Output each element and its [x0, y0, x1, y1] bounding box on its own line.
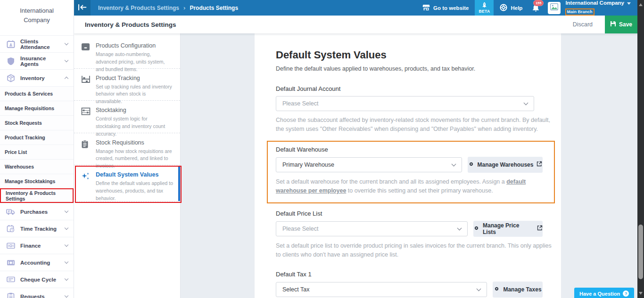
company-name: International Company [565, 0, 624, 6]
sidebar-item-time-tracking[interactable]: Time Tracking [0, 220, 74, 237]
sidebar-subitem-manage-requisitions[interactable]: Manage Requisitions [0, 101, 74, 115]
help-button[interactable]: Help [494, 0, 528, 16]
rocket-icon [482, 2, 487, 9]
warehouse-section: Default Warehouse Primary Warehouse Mana… [267, 141, 555, 203]
sidebar-item-accounting[interactable]: Accounting [0, 254, 74, 271]
chevron-down-icon [65, 226, 68, 230]
chevron-down-icon [65, 58, 68, 62]
gear-icon [468, 161, 474, 169]
have-a-question-button[interactable]: Have a Question ? [574, 288, 634, 298]
sidebar-subitem-warehouses[interactable]: Warehouses [0, 159, 74, 174]
settings-card-stock-requisitions[interactable]: Stock Requisitions Manage how stock requ… [74, 133, 180, 166]
sidebar-item-requests[interactable]: Requests [0, 288, 74, 298]
branch-name: Main Branch [565, 8, 594, 16]
tax-select[interactable]: Select Tax [276, 282, 487, 297]
sidebar-subitem-manage-stocktakings[interactable]: Manage Stocktakings [0, 174, 74, 188]
chevron-down-icon [65, 294, 68, 298]
external-link-icon [537, 161, 542, 168]
page-subtitle: Define the default values applied to war… [276, 65, 543, 72]
warehouse-label: Default Warehouse [276, 146, 543, 153]
price-list-label: Default Price List [276, 210, 543, 217]
truck-icon [6, 207, 15, 216]
go-to-website-button[interactable]: Go to website [416, 0, 475, 16]
settings-card-default-system-values[interactable]: Default System Values Define the default… [74, 165, 180, 202]
archive-box-icon [81, 42, 91, 68]
sparkles-icon [81, 171, 91, 201]
settings-card-products-configuration[interactable]: Products Configuration Manage auto-numbe… [74, 36, 180, 69]
journal-account-select[interactable]: Please Select [276, 96, 534, 111]
header-actions: Go to website BETA Help 155 [416, 0, 637, 16]
sidebar-subitem-inventory-products-settings[interactable]: Inventory & Products Settings [0, 188, 74, 203]
shelf-icon [81, 75, 91, 101]
chevron-down-icon [65, 209, 68, 213]
journal-account-section: Default Journal Account Please Select Ch… [276, 85, 543, 134]
chevron-down-icon [65, 277, 68, 281]
scrollbar-down-arrow[interactable] [639, 292, 643, 295]
price-list-select[interactable]: Please Select [276, 221, 468, 236]
notifications-button[interactable]: 155 [528, 4, 545, 14]
discard-button[interactable]: Discard [561, 21, 605, 28]
price-list-section: Default Price List Please Select Manage … [276, 210, 543, 260]
sidebar-subitem-product-tracking[interactable]: Product Tracking [0, 130, 74, 145]
tax-section: Default Tax 1 Select Tax Manage Taxes As… [276, 271, 543, 298]
back-arrow-icon [78, 4, 87, 12]
image-icon [550, 3, 558, 12]
storefront-icon [422, 4, 430, 12]
journal-account-label: Default Journal Account [276, 85, 543, 92]
warehouse-select[interactable]: Primary Warehouse [276, 157, 462, 172]
chevron-down-icon [524, 101, 528, 105]
sidebar-subitem-stock-requests[interactable]: Stock Requests [0, 115, 74, 130]
sidebar-item-finance[interactable]: Finance [0, 237, 74, 254]
lifebuoy-icon [500, 4, 507, 12]
time-tracking-icon [6, 224, 15, 233]
calendar-attendance-icon [6, 40, 15, 48]
app-header: Inventory & Products Settings › Products… [74, 0, 637, 16]
chevron-down-icon [477, 287, 481, 291]
chevron-down-icon [65, 41, 68, 45]
active-card-indicator [178, 166, 180, 201]
sidebar-item-inventory[interactable]: Inventory [0, 69, 74, 86]
gear-icon [473, 225, 479, 233]
default-system-values-form: Default System Values Define the default… [255, 33, 561, 298]
price-list-help: Set a default price list to override pro… [276, 242, 552, 260]
manage-taxes-button[interactable]: Manage Taxes [493, 282, 543, 298]
save-button[interactable]: Save [605, 16, 637, 33]
breadcrumb-separator: › [183, 4, 185, 11]
breadcrumb-parent[interactable]: Inventory & Products Settings [98, 5, 179, 11]
page-toolbar: Inventory & Products Settings Discard Sa… [74, 16, 637, 33]
journal-account-help: Choose the subaccount affected by invent… [276, 116, 552, 134]
sidebar-item-insurance-agents[interactable]: Insurance Agents [0, 52, 74, 69]
gear-icon [494, 286, 500, 293]
sidebar-subitem-products-services[interactable]: Products & Services [0, 86, 74, 101]
caret-down-icon [627, 2, 631, 5]
chevron-down-icon [65, 243, 68, 247]
manage-price-lists-button[interactable]: Manage Price Lists [473, 221, 543, 237]
main-sidebar: International Company Clients Attendance… [0, 0, 74, 298]
breadcrumb-current: Products Settings [190, 5, 238, 11]
breadcrumb: Inventory & Products Settings › Products… [98, 4, 238, 11]
company-logo-tile[interactable] [548, 2, 561, 14]
abacus-icon [81, 107, 91, 133]
sidebar-subitem-price-list[interactable]: Price List [0, 145, 74, 159]
page-scrollbar[interactable] [637, 0, 644, 298]
sidebar-item-clients-attendance[interactable]: Clients Attendance [0, 35, 74, 52]
beta-badge[interactable]: BETA [475, 0, 494, 16]
sidebar-item-purchases[interactable]: Purchases [0, 203, 74, 220]
warehouse-help: Set a default warehouse for the current … [276, 177, 552, 196]
sidebar-item-cheque-cycle[interactable]: Cheque Cycle [0, 271, 74, 288]
company-menu[interactable]: International Company Main Branch [565, 0, 631, 15]
notification-count-badge: 155 [533, 0, 544, 6]
settings-card-stocktaking[interactable]: Stocktaking Control system logic for sto… [74, 101, 180, 133]
settings-card-product-tracking[interactable]: Product Tracking Set up tracking rules a… [74, 69, 180, 101]
bell-icon [532, 5, 539, 13]
chevron-down-icon [452, 161, 456, 166]
scrollbar-thumb[interactable] [638, 225, 643, 279]
cube-icon [6, 73, 15, 82]
clipboard-icon [81, 139, 91, 165]
page-title: Default System Values [276, 49, 543, 61]
scrollbar-up-arrow[interactable] [639, 3, 643, 6]
collapse-sidebar-button[interactable] [74, 0, 91, 16]
question-circle-icon: ? [623, 290, 629, 297]
settings-panel-title: Inventory & Products Settings [85, 21, 176, 28]
manage-warehouses-button[interactable]: Manage Warehouses [468, 157, 543, 173]
